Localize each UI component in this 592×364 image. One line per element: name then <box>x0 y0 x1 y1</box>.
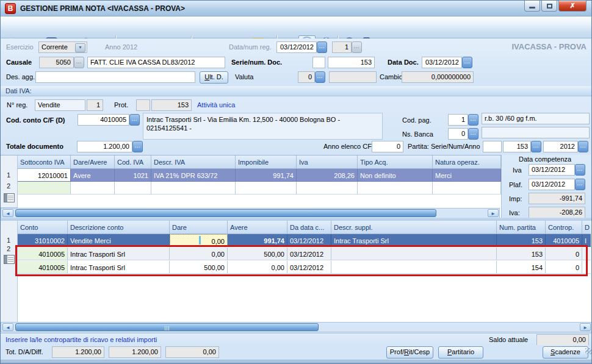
conto-grid-hscrollbar[interactable]: ◄ ► <box>1 322 592 332</box>
iva-date-browse-button[interactable]: … <box>575 164 585 176</box>
cell-num-partita[interactable]: 153 <box>497 234 546 247</box>
reg-type-field[interactable]: Vendite <box>35 99 85 111</box>
iva-table-row[interactable]: 12010001 Avere 1021 IVA 21% DPR 633/72 9… <box>18 169 501 182</box>
cell-descrizione[interactable]: Vendite Merci <box>68 234 170 247</box>
cod-conto-field[interactable]: 4010005 <box>78 114 129 126</box>
partita-serie-field[interactable] <box>483 141 502 152</box>
num-doc-field[interactable]: 153 <box>328 57 375 68</box>
partita-anno-field[interactable]: 2012 <box>543 141 578 152</box>
cod-pag-browse-button[interactable]: … <box>468 114 478 126</box>
iva-table-row[interactable] <box>18 182 501 194</box>
scroll-left-button[interactable]: ◄ <box>2 323 13 331</box>
scrollbar-thumb[interactable] <box>15 323 319 331</box>
cell-imponibile[interactable] <box>236 182 297 194</box>
cell-da-data[interactable]: 03/12/2012 <box>287 234 331 247</box>
conto-table-row[interactable]: 4010005 Intrac Trasporti Srl 500,00 0,00… <box>18 261 591 274</box>
cell-controp[interactable]: 0 <box>546 261 582 274</box>
conto-table-row[interactable]: 4010005 Intrac Trasporti Srl 0,00 500,00… <box>18 248 591 260</box>
data-doc-field[interactable]: 03/12/2012 <box>422 57 462 68</box>
data-doc-browse-button[interactable]: … <box>462 57 472 68</box>
cell-d[interactable] <box>582 248 591 260</box>
cell-d[interactable] <box>582 261 591 274</box>
cell-descr-suppl[interactable] <box>331 248 497 260</box>
scroll-right-button[interactable]: ► <box>580 323 591 331</box>
conto-table-row[interactable]: 31010002 Vendite Merci 0,00 991,74 03/12… <box>18 234 591 247</box>
des-agg-field[interactable] <box>35 71 195 83</box>
ns-banca-browse-button[interactable]: … <box>468 128 478 140</box>
cell-controp[interactable]: 0 <box>546 248 582 260</box>
partita-num-field[interactable]: 153 <box>503 141 531 152</box>
partita-anno-browse-button[interactable]: … <box>578 141 588 152</box>
cell-da-data[interactable]: 03/12/2012 <box>287 261 331 274</box>
cell-descr-iva[interactable]: IVA 21% DPR 633/72 <box>151 169 236 182</box>
scroll-left-button[interactable]: ◄ <box>2 209 13 217</box>
data-reg-browse-button[interactable]: … <box>317 41 327 53</box>
iva-date-field[interactable]: 03/12/2012 <box>529 164 575 176</box>
resize-grip[interactable] <box>585 348 591 354</box>
cell-controp[interactable]: 4010005 <box>546 234 582 247</box>
cell-num-partita[interactable]: 153 <box>497 248 546 260</box>
cell-tipo-acq[interactable] <box>358 182 433 194</box>
cell-imponibile[interactable]: 991,74 <box>236 169 297 182</box>
cell-dare-avere[interactable] <box>71 182 115 194</box>
ns-banca-field[interactable]: 0 <box>448 128 468 140</box>
cell-descr-iva[interactable] <box>151 182 236 194</box>
cell-descr-suppl[interactable]: Intrac Trasporti Srl <box>331 234 497 247</box>
scadenze-button[interactable]: Scadenze <box>543 346 588 359</box>
cell-cod-iva[interactable] <box>115 182 151 194</box>
causale-browse-button[interactable]: … <box>74 57 84 68</box>
serie-doc-field[interactable] <box>312 57 325 68</box>
cell-dare[interactable]: 500,00 <box>170 261 228 274</box>
plaf-date-browse-button[interactable]: … <box>575 179 585 190</box>
cell-cod-iva[interactable]: 1021 <box>115 169 151 182</box>
partitario-button[interactable]: Partitario <box>438 346 483 359</box>
cell-dare[interactable]: 0,00 <box>170 248 228 260</box>
cell-natura[interactable]: Merci <box>433 169 501 182</box>
prof-rit-cesp-button[interactable]: Prof/Rit/Cesp <box>386 346 433 359</box>
plaf-date-field[interactable]: 03/12/2012 <box>529 179 575 190</box>
cell-sottoconto[interactable] <box>18 182 71 194</box>
partita-num-browse-button[interactable]: … <box>531 141 541 152</box>
scrollbar-thumb[interactable] <box>15 209 436 217</box>
ult-d-button[interactable]: Ult. D. <box>200 71 228 84</box>
cell-natura[interactable] <box>433 182 501 194</box>
cell-dare-editing[interactable]: 0,00 <box>170 234 228 247</box>
cell-descr-suppl[interactable] <box>331 261 497 274</box>
row-selector-icon[interactable] <box>4 193 15 202</box>
cell-iva[interactable]: 208,26 <box>297 169 358 182</box>
cell-conto[interactable]: 4010005 <box>18 248 68 260</box>
cell-avere[interactable]: 0,00 <box>228 261 287 274</box>
restore-button[interactable] <box>541 1 557 12</box>
cod-pag-field[interactable]: 1 <box>448 114 468 126</box>
cell-descrizione[interactable]: Intrac Trasporti Srl <box>68 248 170 260</box>
cell-num-partita[interactable]: 154 <box>497 261 546 274</box>
cell-descrizione[interactable]: Intrac Trasporti Srl <box>68 261 170 274</box>
totale-documento-field[interactable]: 1.200,00 <box>77 141 132 152</box>
cod-conto-browse-button[interactable]: … <box>129 114 140 126</box>
esercizio-select[interactable]: Corrente ▼ <box>38 41 87 53</box>
cell-sottoconto[interactable]: 12010001 <box>18 169 71 182</box>
cell-dare-avere[interactable]: Avere <box>71 169 115 182</box>
close-button[interactable]: ✗ <box>558 1 587 12</box>
cell-avere[interactable]: 500,00 <box>228 248 287 260</box>
attivita-unica-link[interactable]: Attività unica <box>197 101 235 109</box>
iva-grid-hscrollbar[interactable]: ◄ ► <box>1 208 500 218</box>
valuta-field[interactable]: 0 <box>298 71 315 83</box>
data-reg-field[interactable]: 03/12/2012 <box>276 41 317 53</box>
cell-avere[interactable]: 991,74 <box>228 234 287 247</box>
cell-conto[interactable]: 4010005 <box>18 261 68 274</box>
cell-tipo-acq[interactable]: Non definito <box>358 169 433 182</box>
cell-iva[interactable] <box>297 182 358 194</box>
anno-elenco-cf-field[interactable]: 0 <box>372 141 403 152</box>
num-reg-field[interactable]: 1 <box>332 41 352 53</box>
cell-conto[interactable]: 31010002 <box>18 234 68 247</box>
valuta-browse-button[interactable]: … <box>315 71 325 83</box>
causale-code-field[interactable]: 5050 <box>39 57 74 68</box>
scroll-right-button[interactable]: ► <box>488 209 499 217</box>
cell-d[interactable]: I <box>582 234 591 247</box>
minimize-button[interactable] <box>524 1 540 12</box>
row-selector-icon[interactable] <box>4 255 15 264</box>
causale-desc-field[interactable]: FATT. CLIE IVA CASSA DL83/2012 <box>87 57 225 68</box>
cell-da-data[interactable]: 03/12/2012 <box>287 248 331 260</box>
totale-browse-button[interactable]: … <box>132 141 143 152</box>
